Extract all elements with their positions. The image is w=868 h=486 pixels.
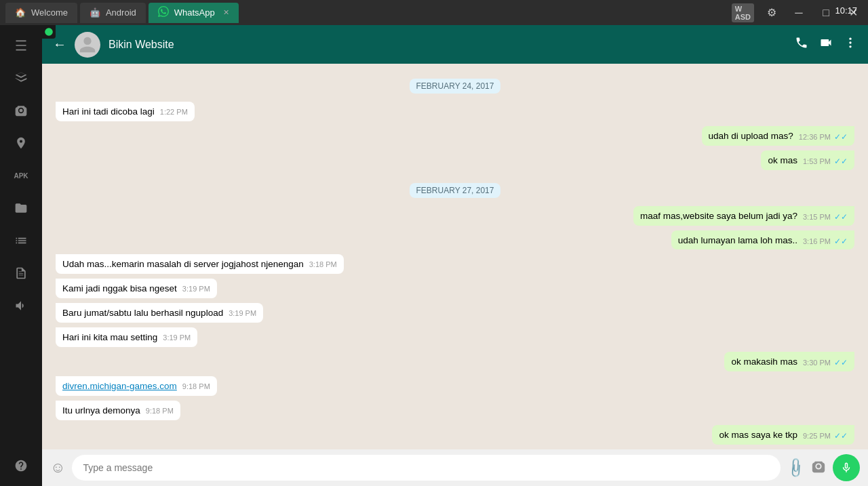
message-text: Udah mas...kemarin masalah di server jog… (62, 259, 304, 269)
tab-welcome-icon: 🏠 (15, 7, 26, 18)
message-row: Kami jadi nggak bisa ngeset 3:19 PM (56, 279, 854, 298)
sidebar-icon-apk[interactable]: APK (7, 162, 35, 189)
message-text: Hari ini kita mau setting (62, 332, 157, 342)
message-time: 3:18 PM (309, 260, 337, 270)
svg-point-1 (849, 38, 851, 40)
message-bubble: divren.michigan-games.com 9:18 PM (56, 376, 217, 396)
message-bubble: ok mas saya ke tkp 9:25 PM ✓✓ (712, 425, 854, 445)
message-ticks: ✓✓ (834, 212, 848, 222)
maximize-button[interactable]: □ (816, 3, 835, 22)
message-time: 3:30 PM ✓✓ (803, 357, 848, 369)
sidebar-icon-pages[interactable] (7, 32, 35, 59)
main-layout: APK ← Bikin Website (0, 25, 868, 486)
message-bubble: Baru jumat/sabtu lalu berhasil ngupload … (56, 303, 263, 323)
tab-android[interactable]: 🤖 Android (80, 3, 146, 23)
tab-close-button[interactable]: ✕ (223, 8, 229, 17)
message-text: udah di upload mas? (709, 131, 793, 141)
message-row: udah lumayan lama loh mas.. 3:16 PM ✓✓ (56, 230, 854, 250)
tab-welcome[interactable]: 🏠 Welcome (5, 3, 77, 23)
message-bubble: Kami jadi nggak bisa ngeset 3:19 PM (56, 279, 217, 298)
message-bubble: Udah mas...kemarin masalah di server jog… (56, 254, 344, 274)
message-time: 1:22 PM (160, 107, 188, 117)
message-bubble: maaf mas,website saya belum jadi ya? 3:1… (633, 206, 854, 226)
whatsapp-app: ← Bikin Website FE (42, 25, 868, 486)
svg-point-0 (45, 28, 53, 36)
message-row: ok mas saya ke tkp 9:25 PM ✓✓ (56, 425, 854, 445)
camera-input-button[interactable] (811, 459, 826, 477)
tab-whatsapp-label: WhatsApp (174, 7, 215, 18)
tab-whatsapp-icon (158, 6, 169, 19)
sidebar: APK (0, 25, 42, 486)
message-row: Itu urlnya demonya 9:18 PM (56, 401, 854, 420)
message-text: maaf mas,website saya belum jadi ya? (640, 211, 797, 221)
more-options-icon[interactable] (844, 36, 857, 53)
chat-messages: FEBRUARY 24, 2017 Hari ini tadi dicoba l… (56, 70, 854, 449)
sidebar-icon-notes[interactable] (7, 227, 35, 254)
video-call-icon[interactable] (819, 36, 833, 53)
clock: 10:17 (835, 5, 857, 16)
whatsapp-topbar: ← Bikin Website (42, 25, 868, 64)
message-row: Baru jumat/sabtu lalu berhasil ngupload … (56, 303, 854, 323)
message-text: Hari ini tadi dicoba lagi (62, 106, 155, 117)
sidebar-icon-location[interactable] (7, 129, 35, 157)
title-bar: 🏠 Welcome 🤖 Android WhatsApp ✕ WASD ⚙ ─ … (0, 0, 868, 25)
tab-whatsapp[interactable]: WhatsApp ✕ (149, 3, 239, 23)
message-text: Baru jumat/sabtu lalu berhasil ngupload (62, 308, 223, 318)
emoji-button[interactable]: ☺ (50, 459, 65, 477)
message-bubble: Hari ini kita mau setting 3:19 PM (56, 327, 197, 347)
message-row: Udah mas...kemarin masalah di server jog… (56, 254, 854, 274)
message-row: ok mas 1:53 PM ✓✓ (56, 150, 854, 170)
message-bubble: ok makasih mas 3:30 PM ✓✓ (724, 352, 854, 371)
message-time: 1:53 PM ✓✓ (803, 156, 848, 167)
date-separator-1: FEBRUARY 24, 2017 (56, 79, 854, 94)
message-ticks: ✓✓ (834, 157, 848, 166)
message-text: ok mas saya ke tkp (719, 430, 797, 440)
chat-input-bar: ☺ 📎 (42, 449, 868, 486)
message-ticks: ✓✓ (834, 237, 848, 246)
phone-icon[interactable] (795, 36, 808, 53)
topbar-action-icons (795, 36, 857, 53)
message-time: 3:19 PM (182, 284, 210, 294)
chat-area[interactable]: FEBRUARY 24, 2017 Hari ini tadi dicoba l… (42, 64, 868, 449)
contact-name: Bikin Website (108, 39, 174, 51)
message-time: 3:19 PM (229, 308, 256, 319)
sidebar-icon-folder[interactable] (7, 195, 35, 222)
settings-button[interactable]: ⚙ (762, 3, 781, 22)
message-time: 9:18 PM (146, 406, 174, 416)
message-time: 9:18 PM (182, 382, 210, 392)
sidebar-icon-layers[interactable] (7, 64, 35, 92)
message-row: Hari ini kita mau setting 3:19 PM (56, 327, 854, 347)
message-text: ok mas (768, 155, 797, 165)
message-input[interactable] (72, 455, 781, 481)
tab-welcome-label: Welcome (31, 7, 68, 18)
message-bubble: udah di upload mas? 12:36 PM ✓✓ (702, 126, 855, 146)
sidebar-icon-help[interactable] (7, 452, 35, 479)
sidebar-icon-volume[interactable] (7, 292, 35, 319)
message-row: divren.michigan-games.com 9:18 PM (56, 376, 854, 396)
message-bubble: Hari ini tadi dicoba lagi 1:22 PM (56, 102, 195, 121)
sidebar-icon-camera[interactable] (7, 97, 35, 124)
keyboard-shortcut-indicator: WASD (732, 3, 754, 22)
message-text: ok makasih mas (731, 357, 797, 367)
date-label-2: FEBRUARY 27, 2017 (410, 183, 501, 198)
message-bubble: ok mas 1:53 PM ✓✓ (761, 150, 854, 170)
attach-button[interactable]: 📎 (784, 456, 808, 480)
message-time: 3:19 PM (163, 333, 191, 343)
date-label-1: FEBRUARY 24, 2017 (410, 79, 501, 94)
tab-android-label: Android (106, 7, 136, 18)
back-button[interactable]: ← (53, 37, 66, 52)
message-link[interactable]: divren.michigan-games.com (62, 381, 177, 391)
mic-button[interactable] (833, 454, 860, 481)
minimize-button[interactable]: ─ (789, 3, 808, 22)
message-bubble: udah lumayan lama loh mas.. 3:16 PM ✓✓ (671, 230, 854, 250)
message-text: Kami jadi nggak bisa ngeset (62, 283, 177, 293)
svg-point-3 (849, 45, 851, 47)
sidebar-icon-doc[interactable] (7, 260, 35, 287)
message-time: 3:15 PM ✓✓ (803, 211, 848, 223)
message-text: udah lumayan lama loh mas.. (678, 235, 797, 245)
message-text: Itu urlnya demonya (62, 405, 140, 416)
message-row: ok makasih mas 3:30 PM ✓✓ (56, 352, 854, 371)
message-time: 3:16 PM ✓✓ (803, 236, 848, 247)
date-separator-2: FEBRUARY 27, 2017 (56, 183, 854, 198)
message-bubble: Itu urlnya demonya 9:18 PM (56, 401, 180, 420)
